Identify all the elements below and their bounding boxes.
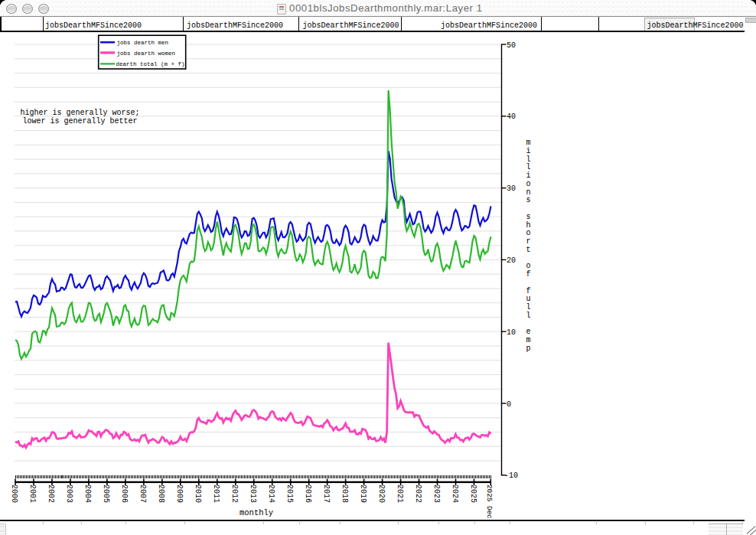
svg-text:p: p [526,344,531,353]
svg-text:2024: 2024 [451,484,459,503]
svg-text:2004: 2004 [83,484,92,503]
svg-text:2015: 2015 [285,484,294,503]
svg-text:2014: 2014 [267,484,275,503]
svg-text:n: n [526,188,531,197]
svg-text:f: f [526,270,531,279]
svg-text:2008: 2008 [157,484,165,503]
svg-text:40: 40 [507,113,516,121]
svg-text:2009: 2009 [175,484,184,503]
svg-text:2011: 2011 [212,484,220,503]
svg-text:dearth total (m + f): dearth total (m + f) [116,61,185,67]
svg-text:2013: 2013 [249,484,257,503]
svg-text:r: r [526,237,531,246]
svg-text:h: h [526,221,531,230]
svg-text:s: s [526,213,531,221]
svg-text:l: l [526,303,531,312]
svg-text:monthly: monthly [240,508,273,517]
svg-text:i: i [526,147,531,155]
svg-text:2023: 2023 [432,484,441,503]
svg-text:higher is generally worse;: higher is generally worse; [21,109,140,117]
svg-text:l: l [526,163,531,171]
svg-text:2001: 2001 [28,484,37,503]
svg-text:2006: 2006 [120,484,129,503]
svg-text:2016: 2016 [304,484,312,503]
svg-text:30: 30 [507,184,516,193]
svg-text:lower is generally better: lower is generally better [23,117,138,126]
svg-text:u: u [526,295,531,303]
svg-text:2019: 2019 [359,484,367,503]
svg-text:i: i [526,171,531,180]
svg-text:m: m [526,336,531,344]
svg-text:2000: 2000 [10,484,18,503]
svg-text:s: s [526,196,531,204]
svg-text:20: 20 [507,256,516,265]
svg-text:2007: 2007 [138,484,147,503]
svg-text:10: 10 [507,328,516,337]
svg-text:2002: 2002 [47,484,55,503]
svg-text:50: 50 [507,41,516,50]
svg-text:o: o [526,180,531,188]
svg-text:l: l [526,155,531,164]
svg-text:2012: 2012 [230,484,239,503]
svg-text:0: 0 [507,400,511,409]
svg-text:2022: 2022 [414,484,422,503]
svg-text:2003: 2003 [65,484,73,503]
svg-text:2018: 2018 [341,484,349,503]
svg-text:2025: 2025 [469,484,477,503]
svg-text:2025 Dec: 2025 Dec [485,484,494,519]
svg-text:e: e [526,328,531,336]
svg-text:2010: 2010 [194,484,202,503]
svg-text:t: t [526,246,531,254]
svg-text:2021: 2021 [396,484,404,503]
svg-text:l: l [526,312,531,320]
svg-text:jobs dearth men: jobs dearth men [117,40,169,46]
svg-text:2020: 2020 [377,484,386,503]
svg-text:jobs dearth women: jobs dearth women [117,51,176,57]
svg-text:m: m [526,139,531,147]
svg-text:2005: 2005 [102,484,110,503]
svg-text:-10: -10 [504,471,518,480]
svg-text:2017: 2017 [322,484,331,503]
svg-text:o: o [526,262,531,270]
svg-text:f: f [526,287,531,295]
svg-text:o: o [526,229,531,237]
